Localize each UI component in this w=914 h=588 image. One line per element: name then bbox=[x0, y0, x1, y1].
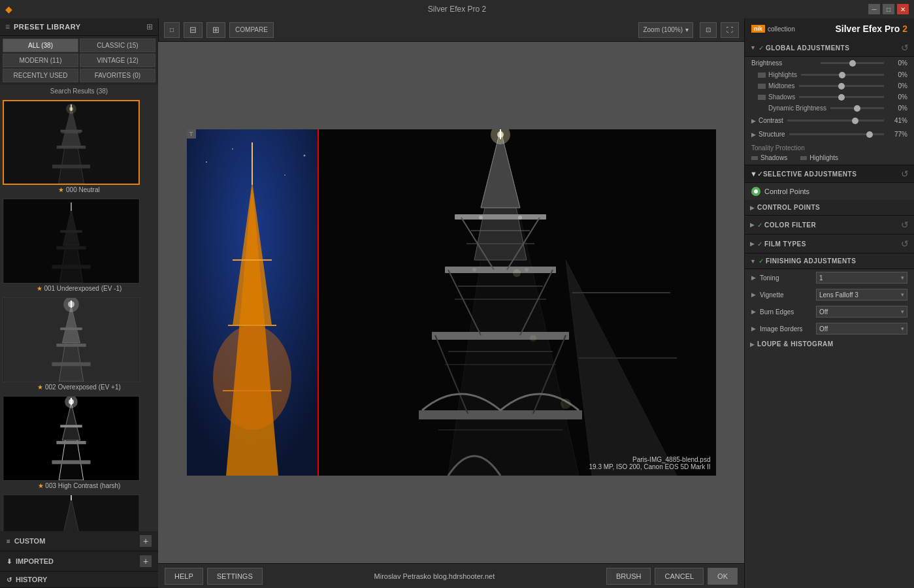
tonality-highlights-item: Highlights bbox=[800, 154, 838, 161]
preset-item-overexposed[interactable]: ★ 002 Overexposed (EV +1) bbox=[3, 297, 155, 392]
preset-item-neutral[interactable]: ★ 000 Neutral bbox=[3, 100, 155, 195]
brush-button[interactable]: BRUSH bbox=[606, 568, 651, 585]
color-filter-header[interactable]: ▶ ✓ COLOR FILTER ↺ bbox=[745, 216, 914, 234]
global-adjustments-header[interactable]: ▼ ✓ GLOBAL ADJUSTMENTS ↺ bbox=[745, 39, 914, 57]
shadows-slider[interactable] bbox=[799, 96, 884, 98]
selective-adjustments-header[interactable]: ▼ ✓ SELECTIVE ADJUSTMENTS ↺ bbox=[745, 165, 914, 183]
svg-point-77 bbox=[518, 216, 522, 220]
settings-button[interactable]: SETTINGS bbox=[207, 568, 263, 585]
custom-label: CUSTOM bbox=[14, 537, 45, 545]
svg-point-46 bbox=[213, 325, 291, 430]
image-borders-label: Image Borders bbox=[760, 325, 812, 333]
image-borders-row[interactable]: ▶ Image Borders Off ▾ bbox=[745, 320, 914, 337]
preset-thumb-neutral[interactable] bbox=[3, 100, 140, 185]
preset-item-extra[interactable] bbox=[3, 495, 155, 531]
highlights-thumb[interactable] bbox=[839, 72, 845, 78]
vignette-select[interactable]: Lens Falloff 3 ▾ bbox=[816, 289, 907, 301]
tonality-highlights-label: Highlights bbox=[809, 154, 838, 161]
ok-button[interactable]: OK bbox=[708, 568, 738, 585]
film-types-label: FILM TYPES bbox=[764, 240, 806, 248]
view-split-h-button[interactable]: ⊟ bbox=[184, 22, 203, 38]
fit-button[interactable]: ⊡ bbox=[700, 22, 717, 38]
burn-edges-expand-icon: ▶ bbox=[751, 308, 756, 315]
add-imported-button[interactable]: + bbox=[140, 555, 152, 567]
selective-reset-icon[interactable]: ↺ bbox=[901, 169, 909, 179]
structure-row[interactable]: ▶ Structure 77% bbox=[745, 127, 914, 141]
add-custom-button[interactable]: + bbox=[140, 535, 152, 547]
preset-item-high-contrast[interactable]: ★ 003 High Contrast (harsh) bbox=[3, 396, 155, 491]
split-line[interactable] bbox=[318, 129, 319, 476]
brightness-thumb[interactable] bbox=[849, 60, 856, 67]
image-borders-select[interactable]: Off ▾ bbox=[816, 323, 907, 335]
structure-expand-icon: ▶ bbox=[751, 131, 756, 138]
burn-edges-select[interactable]: Off ▾ bbox=[816, 306, 907, 318]
fullscreen-button[interactable]: ⛶ bbox=[721, 22, 739, 38]
loupe-section[interactable]: ▶ LOUPE & HISTOGRAM bbox=[745, 337, 914, 351]
burn-edges-dd-icon: ▾ bbox=[901, 308, 904, 315]
preset-thumb-extra[interactable] bbox=[3, 495, 140, 531]
imported-section-btn[interactable]: ⬇ IMPORTED + bbox=[0, 551, 158, 572]
cf-reset-icon[interactable]: ↺ bbox=[901, 220, 909, 230]
structure-label: Structure bbox=[759, 131, 785, 138]
tab-modern[interactable]: MODERN (11) bbox=[3, 54, 78, 67]
dynamic-brightness-thumb[interactable] bbox=[854, 105, 860, 112]
cancel-button[interactable]: CANCEL bbox=[655, 568, 704, 585]
toning-select[interactable]: 1 ▾ bbox=[816, 272, 907, 284]
control-points-btn[interactable]: Control Points bbox=[751, 187, 907, 196]
brightness-slider[interactable] bbox=[821, 62, 884, 64]
preset-thumb-underexposed[interactable] bbox=[3, 199, 140, 284]
finishing-adjustments-label: FINISHING ADJUSTMENTS bbox=[766, 257, 856, 265]
contrast-row[interactable]: ▶ Contrast 41% bbox=[745, 114, 914, 127]
image-container: ⊤ Paris-IMG_4885-blend.psd 19.3 MP, ISO … bbox=[187, 129, 716, 476]
maximize-button[interactable]: □ bbox=[883, 4, 894, 14]
minimize-button[interactable]: ─ bbox=[868, 4, 880, 14]
view-single-button[interactable]: □ bbox=[164, 22, 180, 38]
control-points-radio[interactable] bbox=[751, 187, 760, 196]
ft-reset-icon[interactable]: ↺ bbox=[901, 238, 909, 249]
dynamic-brightness-slider[interactable] bbox=[830, 107, 884, 109]
shadows-thumb[interactable] bbox=[838, 94, 845, 101]
toning-row[interactable]: ▶ Toning 1 ▾ bbox=[745, 269, 914, 286]
corner-marker: ⊤ bbox=[187, 129, 196, 139]
highlights-slider[interactable] bbox=[801, 74, 884, 76]
image-borders-dd-icon: ▾ bbox=[901, 325, 904, 332]
left-panel: ≡ PRESET LIBRARY ⊞ ALL (38) CLASSIC (15)… bbox=[0, 18, 158, 588]
contrast-slider[interactable] bbox=[787, 120, 884, 122]
global-reset-icon[interactable]: ↺ bbox=[901, 42, 909, 53]
history-section-btn[interactable]: ↺ HISTORY bbox=[0, 572, 158, 588]
preset-thumb-high-contrast[interactable] bbox=[3, 396, 140, 481]
svg-rect-57 bbox=[445, 267, 556, 273]
image-borders-value: Off bbox=[819, 325, 828, 333]
midtones-thumb[interactable] bbox=[838, 83, 845, 90]
tab-favorites[interactable]: FAVORITES (0) bbox=[80, 69, 155, 82]
svg-point-48 bbox=[232, 148, 233, 150]
color-filter-label: COLOR FILTER bbox=[764, 221, 816, 229]
close-button[interactable]: ✕ bbox=[897, 4, 909, 14]
tab-vintage[interactable]: VINTAGE (12) bbox=[80, 54, 155, 67]
burn-edges-row[interactable]: ▶ Burn Edges Off ▾ bbox=[745, 303, 914, 320]
vignette-row[interactable]: ▶ Vignette Lens Falloff 3 ▾ bbox=[745, 286, 914, 303]
midtones-slider[interactable] bbox=[799, 85, 884, 87]
vignette-expand-icon: ▶ bbox=[751, 291, 756, 298]
zoom-control[interactable]: Zoom (100%) ▾ bbox=[638, 22, 693, 38]
control-points-header[interactable]: ▶ Control Points bbox=[745, 200, 914, 215]
compare-button[interactable]: compare bbox=[229, 22, 274, 38]
tab-all[interactable]: ALL (38) bbox=[3, 39, 78, 52]
film-types-header[interactable]: ▶ ✓ FILM TYPES ↺ bbox=[745, 235, 914, 253]
tab-classic[interactable]: CLASSIC (15) bbox=[80, 39, 155, 52]
highlights-sub-row: Highlights 0% bbox=[745, 69, 914, 80]
brightness-value: 0% bbox=[888, 59, 907, 67]
toning-value: 1 bbox=[819, 274, 823, 282]
finishing-adjustments-header[interactable]: ▼ ✓ FINISHING ADJUSTMENTS bbox=[745, 253, 914, 269]
preset-item-underexposed[interactable]: ★ 001 Underexposed (EV -1) bbox=[3, 199, 155, 293]
preset-thumb-overexposed[interactable] bbox=[3, 297, 140, 382]
window-controls: ─ □ ✕ bbox=[868, 4, 909, 14]
view-split-v-button[interactable]: ⊞ bbox=[206, 22, 225, 38]
custom-section-btn[interactable]: ≡ CUSTOM + bbox=[0, 531, 158, 551]
svg-rect-33 bbox=[52, 460, 90, 464]
contrast-thumb[interactable] bbox=[852, 118, 858, 124]
help-button[interactable]: HELP bbox=[165, 568, 203, 585]
structure-slider[interactable] bbox=[789, 133, 884, 135]
tab-recently-used[interactable]: RECENTLY USED bbox=[3, 69, 78, 82]
structure-thumb[interactable] bbox=[866, 131, 873, 138]
